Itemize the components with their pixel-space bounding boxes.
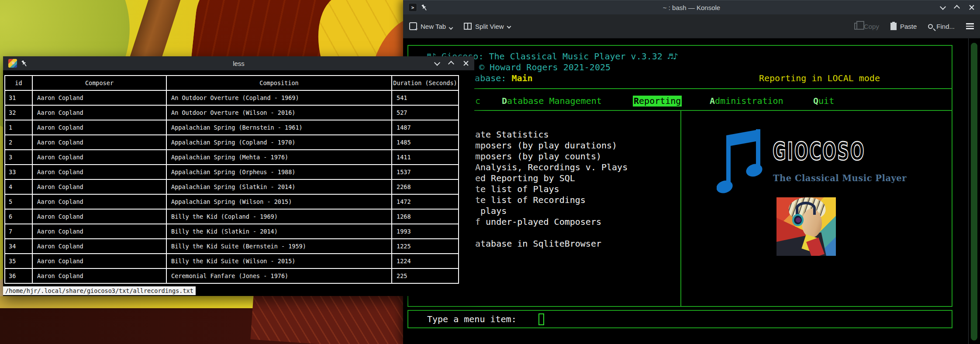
table-row: 7Aaron CoplandBilly the Kid (Slatkin - 2…	[5, 224, 459, 239]
menu-bar-item-administration[interactable]: Administration	[710, 96, 783, 107]
konsole-titlebar[interactable]: > ~ : bash — Konsole	[403, 0, 980, 14]
menu-bar-item-quit[interactable]: Quit	[813, 96, 834, 107]
cell-composer: Aaron Copland	[32, 179, 166, 194]
column-divider-line	[680, 110, 681, 307]
new-tab-button[interactable]: New Tab	[409, 22, 452, 30]
menu-item-fragment[interactable]: ed Reporting by SQL	[475, 173, 575, 184]
konsole-app-icon: >	[408, 3, 417, 12]
table-row: 2Aaron CoplandAppalachian Spring (Coplan…	[5, 135, 459, 150]
cell-composition: Appalachian Spring (Slatkin - 2014)	[166, 179, 392, 194]
menu-hotkey: R	[634, 96, 639, 106]
minimize-icon[interactable]	[940, 4, 946, 10]
table-row: 31Aaron CoplandAn Outdoor Overture (Copl…	[5, 90, 459, 105]
maximize-icon[interactable]	[448, 61, 454, 67]
close-icon[interactable]	[969, 4, 975, 10]
menu-item-fragment[interactable]: ate Statistics	[475, 129, 549, 140]
cell-composer: Aaron Copland	[32, 194, 166, 209]
cell-id: 34	[5, 239, 32, 254]
paste-button[interactable]: Paste	[890, 23, 917, 30]
maximize-icon[interactable]	[954, 5, 960, 11]
column-header: Composer	[32, 76, 166, 90]
menu-button[interactable]	[966, 23, 974, 29]
menu-item-fragment[interactable]: Analysis, Recordings v. Plays	[475, 162, 628, 173]
cell-duration: 1411	[392, 150, 459, 165]
cell-id: 31	[5, 90, 32, 105]
cell-composition: Billy the Kid (Slatkin - 2014)	[166, 224, 392, 239]
cell-composition: Billy the Kid (Copland - 1969)	[166, 209, 392, 224]
scrollbar-track-divider	[968, 38, 969, 344]
recordings-tbody: 31Aaron CoplandAn Outdoor Overture (Copl…	[5, 90, 459, 283]
less-titlebar[interactable]: less	[3, 56, 474, 70]
cell-composer: Aaron Copland	[32, 268, 166, 283]
cell-duration: 527	[392, 105, 459, 120]
table-row: 36Aaron CoplandCeremonial Fanfare (Jones…	[5, 268, 459, 283]
cell-duration: 1224	[392, 254, 459, 268]
menu-bar-item-reporting[interactable]: Reporting	[633, 96, 682, 107]
copy-button[interactable]: Copy	[854, 23, 879, 30]
cell-composition: An Outdoor Overture (Wilson - 2016)	[166, 105, 392, 120]
close-icon[interactable]	[463, 60, 469, 66]
header-separator-line	[407, 88, 952, 89]
status-bar-path: /home/hjr/.local/share/giocoso3/txt/allr…	[3, 286, 196, 295]
table-row: 35Aaron CoplandBilly the Kid Suite (Wils…	[5, 254, 459, 268]
new-tab-label: New Tab	[421, 23, 446, 30]
recordings-table: idComposerCompositionDuration (Seconds) …	[4, 75, 459, 284]
window-title: less	[3, 60, 474, 67]
cell-duration: 1487	[392, 120, 459, 135]
menu-item-fragment[interactable]: mposers (by play durations)	[475, 140, 617, 151]
cell-duration: 225	[392, 268, 459, 283]
menu-bar-fragment[interactable]: c	[475, 96, 480, 107]
menu-item-fragment[interactable]: f under-played Composers	[475, 217, 601, 227]
cell-composer: Aaron Copland	[32, 150, 166, 165]
cell-composition: Appalachian Spring (Bernstein - 1961)	[166, 120, 392, 135]
find-button[interactable]: Find...	[928, 23, 955, 30]
split-view-button[interactable]: Split View	[464, 23, 511, 30]
terminal-viewport[interactable]: ♬♪ Giocoso: The Classical Music Player v…	[403, 38, 980, 344]
cell-id: 1	[5, 120, 32, 135]
cell-composition: An Outdoor Overture (Copland - 1969)	[166, 90, 392, 105]
cell-id: 33	[5, 165, 32, 179]
menu-item-fragment[interactable]: plays	[475, 206, 507, 217]
chevron-down-icon	[507, 24, 511, 28]
pin-icon[interactable]	[20, 58, 28, 68]
split-view-label: Split View	[475, 23, 504, 30]
cell-id: 6	[5, 209, 32, 224]
copy-label: Copy	[864, 23, 879, 30]
column-header: Composition	[166, 76, 392, 90]
cell-composition: Billy the Kid Suite (Bernstein - 1959)	[166, 239, 392, 254]
table-row: 32Aaron CoplandAn Outdoor Overture (Wils…	[5, 105, 459, 120]
menu-hotkey: A	[710, 96, 715, 106]
cell-composition: Ceremonial Fanfare (Jones - 1976)	[166, 268, 392, 283]
cell-composer: Aaron Copland	[32, 90, 166, 105]
copy-icon	[854, 23, 860, 30]
cell-composer: Aaron Copland	[32, 209, 166, 224]
giocoso-logo-subtitle: The Classical Music Player	[773, 173, 907, 184]
table-row: 1Aaron CoplandAppalachian Spring (Bernst…	[5, 120, 459, 135]
menu-item-fragment[interactable]: te list of Recordings	[475, 195, 586, 206]
table-row: 4Aaron CoplandAppalachian Spring (Slatki…	[5, 179, 459, 194]
prompt-box[interactable]: Type a menu item:	[407, 310, 952, 328]
konsole-window: > ~ : bash — Konsole New Tab Split View …	[403, 0, 980, 344]
column-header: Duration (Seconds)	[392, 76, 459, 90]
scrollbar-thumb[interactable]	[971, 43, 977, 341]
pin-icon[interactable]	[420, 3, 428, 12]
paste-label: Paste	[900, 23, 917, 30]
cell-id: 5	[5, 194, 32, 209]
window-title: ~ : bash — Konsole	[403, 4, 980, 11]
cell-id: 7	[5, 224, 32, 239]
cell-duration: 1472	[392, 194, 459, 209]
menu-item-fragment[interactable]: atabase in SqliteBrowser	[475, 238, 601, 249]
menu-bar-item-database-management[interactable]: Database Management	[502, 96, 602, 107]
cell-duration: 1268	[392, 209, 459, 224]
hamburger-icon	[966, 23, 974, 29]
text-cursor[interactable]	[538, 313, 544, 325]
table-row: 5Aaron CoplandAppalachian Spring (Wilson…	[5, 194, 459, 209]
less-content[interactable]: idComposerCompositionDuration (Seconds) …	[3, 70, 474, 296]
table-header-row: idComposerCompositionDuration (Seconds)	[5, 76, 459, 90]
menu-item-fragment[interactable]: te list of Plays	[475, 184, 559, 195]
menu-item-fragment[interactable]: mposers (by play counts)	[475, 151, 601, 162]
database-value: Main	[511, 73, 532, 83]
table-row: 33Aaron CoplandAppalachian Spring (Orphe…	[5, 165, 459, 179]
minimize-icon[interactable]	[434, 60, 440, 66]
cell-composition: Appalachian Spring (Wilson - 2015)	[166, 194, 392, 209]
